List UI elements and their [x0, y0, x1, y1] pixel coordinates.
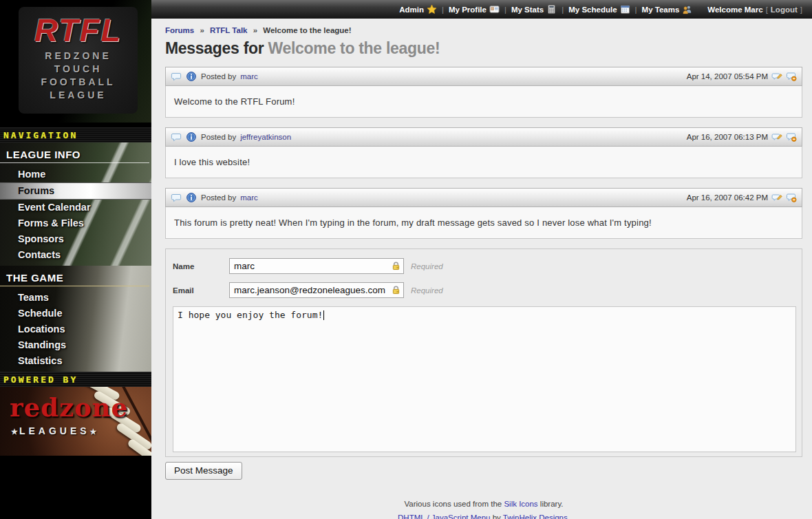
edit-message-icon[interactable]	[771, 131, 782, 142]
message-draft-text: I hope you enjoy the forum!	[178, 310, 323, 320]
info-icon[interactable]	[186, 71, 197, 82]
main-content: Forums » RTFL Talk » Welcome to the leag…	[151, 19, 812, 519]
twinhelix-link[interactable]: TwinHelix Designs	[503, 513, 568, 519]
edit-message-icon[interactable]	[771, 71, 782, 82]
author-link[interactable]: jeffreyatkinson	[240, 133, 291, 141]
delete-message-icon[interactable]	[786, 71, 797, 82]
footer-menu-credit: DHTML / JavaScript Menu by TwinHelix Des…	[165, 511, 802, 519]
sidebar-item-standings[interactable]: Standings	[0, 337, 151, 353]
page-title: Messages for Welcome to the league!	[165, 39, 802, 58]
posted-by-label: Posted by	[201, 72, 236, 81]
the-game-section: THE GAME Teams Schedule Locations Standi…	[0, 266, 151, 372]
timestamp: Apr 16, 2007 06:42 PM	[687, 193, 768, 202]
league-info-header: LEAGUE INFO	[0, 142, 149, 163]
footer-icons-credit: Various icons used from the Silk Icons l…	[165, 497, 802, 511]
sidebar-item-contacts[interactable]: Contacts	[0, 247, 151, 263]
the-game-header: THE GAME	[0, 266, 149, 286]
topbar-separator: |	[442, 6, 444, 14]
message-header: Posted by marc Apr 14, 2007 05:54 PM	[165, 67, 802, 86]
author-link[interactable]: marc	[240, 72, 258, 81]
league-info-section: LEAGUE INFO Home Forums Event Calendar F…	[0, 142, 151, 266]
posted-by-label: Posted by	[201, 133, 236, 141]
logout-link[interactable]: Logout	[771, 6, 798, 14]
powered-by-label: POWERED BY	[3, 374, 78, 385]
calendar-icon	[620, 4, 630, 14]
rtfl-logo-line: TOUCH	[19, 63, 138, 76]
logout-bracket: ]	[800, 6, 802, 14]
rtfl-logo[interactable]: RTFL REDZONE TOUCH FOOTBALL LEAGUE	[19, 7, 138, 114]
topbar-my-teams[interactable]: My Teams	[642, 4, 693, 14]
name-row: Name Required	[173, 258, 798, 274]
message-textarea[interactable]: I hope you enjoy the forum!	[173, 306, 796, 452]
star-icon	[427, 4, 437, 14]
timestamp: Apr 16, 2007 06:13 PM	[687, 133, 768, 141]
topbar-separator: |	[504, 6, 506, 14]
silk-icons-link[interactable]: Silk Icons	[504, 500, 537, 508]
breadcrumb-current: Welcome to the league!	[263, 26, 351, 34]
message-body: I love this website!	[165, 147, 802, 178]
message-body: This forum is pretty neat! When I'm typi…	[165, 207, 802, 239]
redzone-brand-text: redzone	[10, 392, 128, 423]
topbar-my-profile[interactable]: My Profile	[449, 4, 500, 14]
redzone-leagues-logo[interactable]: redzone ★LEAGUES★	[0, 387, 151, 456]
posted-by-label: Posted by	[201, 193, 236, 202]
reply-form: Name Required Email Required I hope you …	[165, 248, 802, 457]
breadcrumb-rtfl-talk-link[interactable]: RTFL Talk	[210, 26, 248, 34]
sidebar-item-schedule[interactable]: Schedule	[0, 306, 151, 321]
navigation-banner-label: NAVIGATION	[3, 130, 78, 140]
email-input[interactable]	[229, 282, 404, 298]
page-title-topic: Welcome to the league!	[268, 39, 440, 57]
breadcrumb-separator: »	[200, 26, 204, 34]
message-header: Posted by marc Apr 16, 2007 06:42 PM	[165, 188, 802, 207]
sidebar-item-locations[interactable]: Locations	[0, 321, 151, 337]
comment-bubble-icon	[171, 192, 182, 203]
delete-message-icon[interactable]	[786, 192, 797, 203]
leagues-brand-text: ★LEAGUES★	[11, 425, 98, 436]
sidebar-item-forums[interactable]: Forums	[0, 182, 151, 200]
breadcrumb-forums-link[interactable]: Forums	[165, 26, 194, 34]
sidebar-item-home[interactable]: Home	[0, 167, 151, 182]
comment-bubble-icon	[171, 71, 182, 82]
lock-icon	[391, 285, 401, 295]
name-label: Name	[173, 262, 229, 271]
message-body: Welcome to the RTFL Forum!	[165, 86, 802, 118]
sidebar-item-statistics[interactable]: Statistics	[0, 353, 151, 369]
breadcrumb: Forums » RTFL Talk » Welcome to the leag…	[165, 26, 802, 34]
author-link[interactable]: marc	[240, 193, 258, 202]
vcard-icon	[489, 4, 500, 14]
rtfl-logo-acronym: RTFL	[19, 11, 138, 50]
rtfl-logo-line: REDZONE	[19, 50, 138, 63]
topbar: Admin | My Profile | My Stats | My Sched…	[151, 0, 812, 19]
footer: Various icons used from the Silk Icons l…	[165, 497, 802, 519]
required-label: Required	[411, 262, 443, 271]
message-post: Posted by marc Apr 16, 2007 06:42 PM Thi…	[165, 188, 802, 239]
message-header: Posted by jeffreyatkinson Apr 16, 2007 0…	[165, 127, 802, 147]
sidebar-item-event-calendar[interactable]: Event Calendar	[0, 200, 151, 215]
powered-by-banner: POWERED BY	[0, 372, 151, 387]
dhtml-menu-link[interactable]: DHTML / JavaScript Menu	[398, 513, 490, 519]
edit-message-icon[interactable]	[771, 192, 782, 203]
sidebar-item-forms-files[interactable]: Forms & Files	[0, 215, 151, 231]
topbar-my-stats[interactable]: My Stats	[511, 4, 557, 14]
navigation-banner: NAVIGATION	[0, 127, 151, 142]
welcome-text: Welcome Marc	[707, 6, 762, 14]
topbar-my-schedule[interactable]: My Schedule	[568, 4, 630, 14]
message-post: Posted by marc Apr 14, 2007 05:54 PM Wel…	[165, 67, 802, 118]
sidebar-item-teams[interactable]: Teams	[0, 290, 151, 306]
lock-icon	[391, 261, 401, 271]
calculator-icon	[546, 4, 557, 14]
sidebar-item-sponsors[interactable]: Sponsors	[0, 231, 151, 247]
timestamp: Apr 14, 2007 05:54 PM	[687, 72, 768, 81]
info-icon[interactable]	[186, 131, 197, 142]
rtfl-logo-line: LEAGUE	[19, 89, 138, 102]
post-message-button[interactable]: Post Message	[165, 462, 242, 480]
name-input[interactable]	[229, 258, 404, 274]
required-label: Required	[411, 286, 443, 295]
message-post: Posted by jeffreyatkinson Apr 16, 2007 0…	[165, 127, 802, 178]
rtfl-logo-line: FOOTBALL	[19, 76, 138, 89]
logo-area: RTFL REDZONE TOUCH FOOTBALL LEAGUE	[0, 0, 151, 123]
topbar-admin[interactable]: Admin	[399, 4, 437, 14]
info-icon[interactable]	[186, 192, 197, 203]
email-row: Email Required	[173, 282, 798, 298]
delete-message-icon[interactable]	[786, 131, 797, 142]
